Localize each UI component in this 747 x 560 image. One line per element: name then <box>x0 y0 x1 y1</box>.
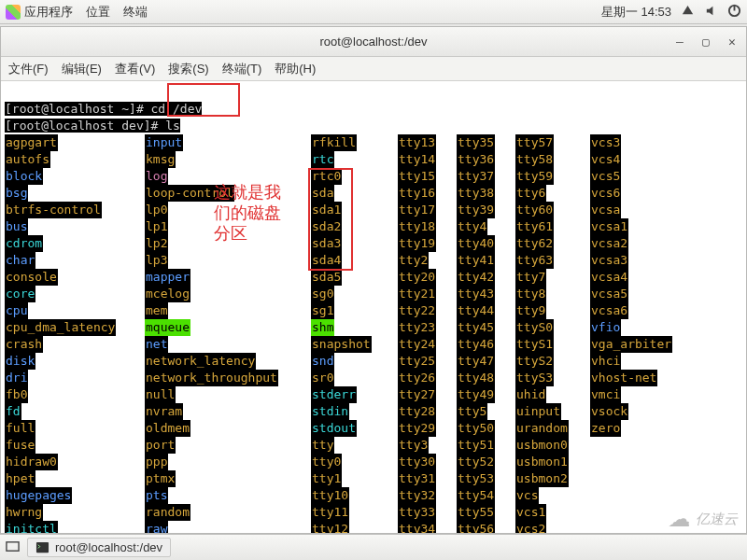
volume-icon[interactable] <box>704 4 718 21</box>
menu-file[interactable]: 文件(F) <box>8 61 49 77</box>
system-panel: 应用程序 位置 终端 星期一 14:53 <box>0 0 747 24</box>
terminal-body[interactable]: [root@localhost ~]# cd /dev [root@localh… <box>1 81 746 533</box>
ls-entry: ppp <box>145 454 168 470</box>
panel-menu-places[interactable]: 位置 <box>86 4 110 21</box>
ls-column: tty13tty14tty15tty16tty17tty18tty19tty2t… <box>398 134 457 533</box>
ls-entry: uinput <box>515 403 561 420</box>
ls-entry: tty <box>311 437 334 454</box>
taskbar-task-terminal[interactable]: root@localhost:/dev <box>27 538 171 557</box>
ls-entry: tty49 <box>457 386 495 403</box>
ls-entry: vcs5 <box>590 168 621 185</box>
network-icon[interactable] <box>681 4 695 21</box>
ls-entry: zero <box>590 420 621 437</box>
window-close-button[interactable]: ✕ <box>724 34 740 50</box>
ls-entry: tty2 <box>398 252 429 269</box>
ls-entry: vcsa4 <box>590 269 628 286</box>
ls-entry: tty7 <box>515 269 546 286</box>
ls-entry: crash <box>5 336 43 353</box>
ls-entry: autofs <box>5 151 50 168</box>
ls-entry: vcs6 <box>590 185 621 202</box>
ls-entry: agpgart <box>5 134 58 151</box>
ls-entry: mcelog <box>145 286 190 302</box>
ls-entry: snapshot <box>311 336 372 353</box>
panel-menu-terminal[interactable]: 终端 <box>123 4 148 21</box>
terminal-window: root@localhost:/dev — ▢ ✕ 文件(F) 编辑(E) 查看… <box>0 26 747 534</box>
ls-entry: tty40 <box>457 235 495 252</box>
ls-entry: tty52 <box>457 454 495 470</box>
ls-entry: lp0 <box>145 202 168 218</box>
ls-entry: cdrom <box>5 235 43 252</box>
show-desktop-icon[interactable] <box>6 539 20 556</box>
ls-entry: tty55 <box>457 504 495 521</box>
ls-entry: pts <box>145 487 168 504</box>
ls-entry: tty43 <box>457 286 495 302</box>
ls-entry: vhci <box>590 353 621 370</box>
taskbar: root@localhost:/dev <box>0 534 747 560</box>
ls-entry: vmci <box>590 386 621 403</box>
menu-edit[interactable]: 编辑(E) <box>62 61 102 77</box>
menu-view[interactable]: 查看(V) <box>115 61 155 77</box>
ls-entry: tty5 <box>457 403 487 420</box>
ls-entry: tty61 <box>515 218 554 235</box>
ls-entry: sda5 <box>311 269 342 286</box>
ls-entry: ttyS0 <box>515 319 554 336</box>
ls-entry: tty45 <box>457 319 495 336</box>
ls-entry: stdin <box>311 403 349 420</box>
window-title: root@localhost:/dev <box>319 35 427 49</box>
window-maximize-button[interactable]: ▢ <box>698 34 714 50</box>
ls-entry: usbmon2 <box>515 470 569 487</box>
ls-entry: full <box>5 420 35 437</box>
ls-entry: vcs2 <box>515 521 546 533</box>
ls-entry: tty4 <box>457 218 487 235</box>
ls-entry: tty44 <box>457 302 495 319</box>
ls-entry: tty21 <box>398 286 436 302</box>
window-minimize-button[interactable]: — <box>671 34 688 50</box>
ls-entry: tty13 <box>398 134 436 151</box>
ls-entry: tty9 <box>515 302 546 319</box>
watermark-text: 亿速云 <box>696 511 738 528</box>
svg-rect-2 <box>7 541 19 550</box>
window-titlebar: root@localhost:/dev — ▢ ✕ <box>1 27 746 57</box>
ls-entry: ptmx <box>145 470 176 487</box>
ls-entry: tty42 <box>457 269 495 286</box>
ls-entry: vcs3 <box>590 134 621 151</box>
ls-entry: tty15 <box>398 168 436 185</box>
ls-entry: tty57 <box>515 134 554 151</box>
menu-search[interactable]: 搜索(S) <box>168 61 208 77</box>
ls-entry: tty34 <box>398 521 436 533</box>
ls-entry: hwrng <box>5 504 43 521</box>
ls-entry: stdout <box>311 420 357 437</box>
ls-entry: tty6 <box>515 185 546 202</box>
ls-entry: log <box>145 168 168 185</box>
ls-entry: fb0 <box>5 386 28 403</box>
ls-entry: usbmon0 <box>515 437 569 454</box>
ls-entry: sg1 <box>311 302 334 319</box>
ls-entry: tty56 <box>457 521 495 533</box>
ls-entry: ttyS3 <box>515 370 554 386</box>
svg-rect-1 <box>734 4 736 10</box>
ls-entry: tty60 <box>515 202 554 218</box>
ls-entry: console <box>5 269 58 286</box>
ls-entry: tty58 <box>515 151 554 168</box>
ls-entry: null <box>145 386 176 403</box>
highlight-cd-command <box>167 83 240 117</box>
ls-entry: tty3 <box>398 437 429 454</box>
ls-entry: nvram <box>145 403 183 420</box>
ls-entry: btrfs-control <box>5 202 102 218</box>
ls-entry: tty10 <box>311 487 349 504</box>
ls-column: agpgartautofsblockbsgbtrfs-controlbuscdr… <box>5 134 145 533</box>
menu-help[interactable]: 帮助(H) <box>275 61 316 77</box>
menu-terminal[interactable]: 终端(T) <box>222 61 262 77</box>
ls-entry: network_latency <box>145 353 256 370</box>
ls-entry: ttyS1 <box>515 336 554 353</box>
ls-entry: block <box>5 168 43 185</box>
panel-menu-apps[interactable]: 应用程序 <box>24 4 73 21</box>
ls-entry: tty33 <box>398 504 436 521</box>
annotation-disk-partition: 这就是我 们的磁盘 分区 <box>214 182 281 244</box>
ls-entry: tty46 <box>457 336 495 353</box>
ls-column: vcs3vcs4vcs5vcs6vcsavcsa1vcsa2vcsa3vcsa4… <box>590 134 730 533</box>
ls-entry: tty30 <box>398 454 436 470</box>
power-icon[interactable] <box>727 4 741 21</box>
ls-entry: hugepages <box>5 487 72 504</box>
ls-entry: tty20 <box>398 269 436 286</box>
